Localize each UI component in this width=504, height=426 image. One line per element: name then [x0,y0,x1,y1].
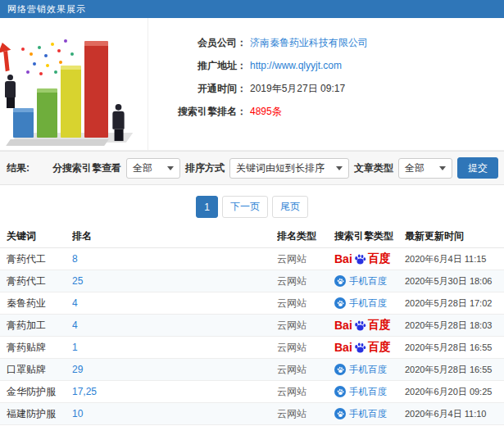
baidu-logo-text-left: Bai [334,319,352,332]
next-page-button[interactable]: 下一页 [222,196,268,218]
rank-type-cell: 云网站 [277,385,334,399]
updated-cell: 2020年5月28日 16:55 [405,364,504,376]
rank-type-cell: 云网站 [277,319,334,333]
keyword-cell: 膏药加工 [7,319,72,333]
mobile-baidu-icon [334,275,346,287]
rank-cell[interactable]: 25 [72,275,277,287]
mobile-baidu-icon [334,386,346,397]
businessman-figure [112,104,124,141]
engine-type-cell: 手机百度 [334,297,405,310]
updated-cell: 2020年5月28日 17:02 [405,297,504,310]
keyword-cell: 膏药代工 [7,274,72,288]
keyword-rank-table: 关键词 排名 排名类型 搜索引擎类型 最新更新时间 膏药代工8云网站Bai百度2… [0,225,504,426]
rank-count-label: 搜索引擎排名： [148,105,247,119]
up-arrow-graphic [0,41,16,71]
baidu-logo: Bai百度 [334,252,391,266]
mobile-baidu-badge: 手机百度 [334,408,387,420]
keyword-cell: 金华防护服 [7,385,72,399]
rank-cell[interactable]: 1 [72,342,277,353]
baidu-logo: Bai百度 [334,340,391,355]
table-body: 膏药代工8云网站Bai百度2020年6月4日 11:15膏药代工25云网站手机百… [0,248,504,426]
mobile-baidu-icon [334,364,346,375]
page-button-current[interactable]: 1 [196,196,218,218]
updated-cell: 2020年5月30日 18:06 [405,275,504,288]
rank-cell[interactable]: 4 [72,297,277,309]
site-url-link[interactable]: http://www.qlyyjt.com [250,60,342,71]
header-rank: 排名 [72,229,277,243]
rank-cell[interactable]: 4 [72,320,277,331]
table-row: 膏药代工25云网站手机百度2020年5月30日 18:06 [0,270,504,292]
mobile-baidu-badge: 手机百度 [334,275,387,288]
account-info-list: 会员公司： 济南秦鲁药业科技有限公司 推广地址： http://www.qlyy… [148,18,504,150]
baidu-paw-icon [354,320,366,332]
baidu-paw-icon [337,410,344,418]
last-page-button[interactable]: 尾页 [272,196,308,218]
engine-type-cell: 手机百度 [334,408,405,420]
mobile-baidu-label: 手机百度 [349,297,387,310]
mobile-baidu-label: 手机百度 [349,386,387,398]
open-time-label: 开通时间： [148,82,247,96]
keyword-cell: 秦鲁药业 [7,297,72,310]
baidu-paw-icon [337,388,344,396]
rank-cell[interactable]: 10 [72,408,277,419]
company-link[interactable]: 济南秦鲁药业科技有限公司 [250,36,368,50]
engine-type-cell: Bai百度 [334,252,405,266]
rank-type-cell: 云网站 [277,297,334,310]
chevron-down-icon [439,166,446,170]
article-type-select[interactable]: 全部 [398,158,452,179]
baidu-logo-text-left: Bai [334,252,352,265]
chart-bar-blue [13,108,34,138]
chevron-down-icon [167,166,174,170]
panel-title: 网络营销效果展示 [7,4,86,14]
table-row: 膏药代工8云网站Bai百度2020年6月4日 11:15 [0,248,504,270]
rank-cell[interactable]: 8 [72,253,277,265]
filter-controls: 分搜索引擎查看 全部 排序方式 关键词由短到长排序 文章类型 全部 提交 [52,157,498,179]
baidu-paw-icon [337,278,344,285]
sort-select[interactable]: 关键词由短到长排序 [229,158,349,179]
engine-filter-value: 全部 [133,161,152,175]
updated-cell: 2020年6月4日 11:10 [405,408,504,420]
updated-cell: 2020年6月20日 09:25 [405,386,504,398]
mobile-baidu-label: 手机百度 [349,364,387,376]
sort-value: 关键词由短到长排序 [236,161,325,175]
table-row: 福建防护服10云网站手机百度2020年6月4日 11:10 [0,403,504,425]
table-row: 秦鲁药业4云网站手机百度2020年5月28日 17:02 [0,292,504,315]
table-row: 口罩贴牌29云网站手机百度2020年5月28日 16:55 [0,359,504,381]
submit-button[interactable]: 提交 [457,157,498,179]
rank-type-cell: 云网站 [277,274,334,288]
rank-cell[interactable]: 17,25 [72,386,277,397]
article-type-value: 全部 [405,161,425,175]
baidu-logo-text-right: 百度 [368,318,391,333]
bar-chart-illustration [0,18,148,149]
baidu-logo-text-right: 百度 [368,252,391,266]
baidu-logo-text-left: Bai [334,341,352,354]
sort-label: 排序方式 [185,161,225,175]
header-updated: 最新更新时间 [405,229,504,243]
confetti-graphic [21,48,25,51]
engine-filter-select[interactable]: 全部 [126,158,180,179]
engine-type-cell: 手机百度 [334,364,405,376]
info-row-open-time: 开通时间： 2019年5月27日 09:17 [148,77,504,100]
keyword-cell: 膏药代工 [7,252,72,266]
mobile-baidu-icon [334,297,346,309]
mobile-baidu-badge: 手机百度 [334,386,387,398]
info-row-company: 会员公司： 济南秦鲁药业科技有限公司 [148,31,504,54]
table-row: 金华防护服17,25云网站手机百度2020年6月20日 09:25 [0,381,504,403]
mobile-baidu-label: 手机百度 [349,275,387,288]
updated-cell: 2020年5月28日 18:03 [405,320,504,332]
mobile-baidu-badge: 手机百度 [334,364,387,376]
mobile-baidu-badge: 手机百度 [334,297,387,310]
account-info-section: 会员公司： 济南秦鲁药业科技有限公司 推广地址： http://www.qlyy… [0,18,504,151]
rank-type-cell: 云网站 [277,341,334,355]
rank-count-value: 4895条 [250,105,282,119]
filter-bar: 结果: 分搜索引擎查看 全部 排序方式 关键词由短到长排序 文章类型 全部 提交 [0,151,504,185]
engine-type-cell: Bai百度 [334,340,405,355]
company-label: 会员公司： [148,36,247,50]
mobile-baidu-icon [334,408,346,419]
rank-cell[interactable]: 29 [72,364,277,375]
baidu-paw-icon [337,300,344,307]
chart-bar-red [84,41,108,138]
chart-floor-graphic [6,139,109,146]
open-time-value: 2019年5月27日 09:17 [250,82,345,96]
baidu-paw-icon [337,366,344,374]
